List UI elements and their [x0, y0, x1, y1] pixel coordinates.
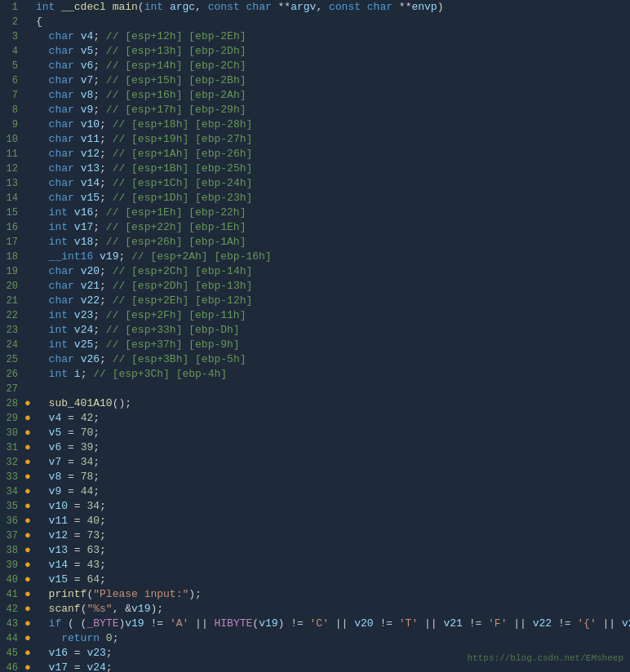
code-line: v4 = 42;: [33, 411, 630, 426]
breakpoint-bullet[interactable]: ●: [23, 352, 33, 367]
code-line: {: [33, 15, 630, 29]
table-row: 17● int v18; // [esp+26h] [ebp-1Ah]: [0, 235, 630, 250]
code-line: int __cdecl main(int argc, const char **…: [33, 0, 630, 15]
code-line: sub_401A10();: [33, 396, 630, 411]
breakpoint-bullet[interactable]: ●: [23, 235, 33, 250]
breakpoint-bullet[interactable]: ●: [23, 514, 33, 528]
breakpoint-bullet[interactable]: ●: [23, 470, 33, 484]
table-row: 36● v11 = 40;: [0, 514, 630, 528]
code-container: 1●int __cdecl main(int argc, const char …: [0, 0, 630, 672]
breakpoint-bullet[interactable]: ●: [23, 250, 33, 264]
line-number: 29: [0, 411, 23, 426]
breakpoint-bullet[interactable]: ●: [23, 0, 33, 15]
table-row: 37● v12 = 73;: [0, 528, 630, 543]
table-row: 41● printf("Please input:");: [0, 587, 630, 602]
code-line: return 0;: [33, 631, 630, 646]
breakpoint-bullet[interactable]: ●: [23, 191, 33, 206]
table-row: 38● v13 = 63;: [0, 543, 630, 558]
code-line: int v17; // [esp+22h] [ebp-1Eh]: [33, 220, 630, 235]
line-number: 19: [0, 264, 23, 279]
breakpoint-bullet[interactable]: ●: [23, 455, 33, 470]
code-line: v15 = 64;: [33, 573, 630, 587]
breakpoint-bullet[interactable]: ●: [23, 264, 33, 279]
breakpoint-bullet[interactable]: ●: [23, 117, 33, 132]
code-line: scanf("%s", &v19);: [33, 602, 630, 617]
breakpoint-bullet[interactable]: ●: [23, 440, 33, 455]
code-table: 1●int __cdecl main(int argc, const char …: [0, 0, 630, 672]
breakpoint-bullet[interactable]: ●: [23, 426, 33, 440]
breakpoint-bullet[interactable]: ●: [23, 308, 33, 323]
code-line: char v13; // [esp+1Bh] [ebp-25h]: [33, 161, 630, 176]
breakpoint-bullet[interactable]: ●: [23, 323, 33, 338]
breakpoint-bullet[interactable]: ●: [23, 587, 33, 602]
breakpoint-bullet[interactable]: ●: [23, 206, 33, 220]
breakpoint-bullet[interactable]: ●: [23, 411, 33, 426]
breakpoint-bullet[interactable]: ●: [23, 103, 33, 117]
table-row: 43● if ( (_BYTE)v19 != 'A' || HIBYTE(v19…: [0, 617, 630, 631]
line-number: 39: [0, 558, 23, 573]
line-number: 42: [0, 602, 23, 617]
breakpoint-bullet[interactable]: ●: [23, 602, 33, 617]
breakpoint-bullet[interactable]: ●: [23, 294, 33, 308]
line-number: 27: [0, 382, 23, 396]
table-row: 16● int v17; // [esp+22h] [ebp-1Eh]: [0, 220, 630, 235]
breakpoint-bullet[interactable]: ●: [23, 338, 33, 352]
table-row: 1●int __cdecl main(int argc, const char …: [0, 0, 630, 15]
line-number: 33: [0, 470, 23, 484]
line-number: 23: [0, 323, 23, 338]
table-row: 20● char v21; // [esp+2Dh] [ebp-13h]: [0, 279, 630, 294]
line-number: 26: [0, 367, 23, 382]
breakpoint-bullet[interactable]: ●: [23, 617, 33, 631]
code-line: char v26; // [esp+3Bh] [ebp-5h]: [33, 352, 630, 367]
code-line: char v8; // [esp+16h] [ebp-2Ah]: [33, 88, 630, 103]
table-row: 44● return 0;: [0, 631, 630, 646]
breakpoint-bullet[interactable]: ●: [23, 499, 33, 514]
breakpoint-bullet[interactable]: ●: [23, 543, 33, 558]
breakpoint-bullet[interactable]: ●: [23, 59, 33, 73]
breakpoint-bullet[interactable]: ●: [23, 176, 33, 191]
breakpoint-bullet[interactable]: ●: [23, 382, 33, 396]
table-row: 34● v9 = 44;: [0, 484, 630, 499]
breakpoint-bullet[interactable]: ●: [23, 29, 33, 44]
table-row: 13● char v14; // [esp+1Ch] [ebp-24h]: [0, 176, 630, 191]
breakpoint-bullet[interactable]: ●: [23, 573, 33, 587]
line-number: 43: [0, 617, 23, 631]
code-line: char v6; // [esp+14h] [ebp-2Ch]: [33, 59, 630, 73]
code-line: v8 = 78;: [33, 470, 630, 484]
line-number: 37: [0, 528, 23, 543]
breakpoint-bullet[interactable]: ●: [23, 73, 33, 88]
breakpoint-bullet[interactable]: ●: [23, 631, 33, 646]
breakpoint-bullet[interactable]: ●: [23, 646, 33, 661]
breakpoint-bullet[interactable]: ●: [23, 279, 33, 294]
table-row: 28● sub_401A10();: [0, 396, 630, 411]
breakpoint-bullet[interactable]: ●: [23, 396, 33, 411]
breakpoint-bullet[interactable]: ●: [23, 558, 33, 573]
breakpoint-bullet[interactable]: ●: [23, 484, 33, 499]
line-number: 1: [0, 0, 23, 15]
breakpoint-bullet[interactable]: ●: [23, 528, 33, 543]
table-row: 30● v5 = 70;: [0, 426, 630, 440]
line-number: 12: [0, 161, 23, 176]
breakpoint-bullet[interactable]: ●: [23, 132, 33, 147]
code-line: v6 = 39;: [33, 440, 630, 455]
breakpoint-bullet[interactable]: ●: [23, 367, 33, 382]
breakpoint-bullet[interactable]: ●: [23, 661, 33, 672]
line-number: 13: [0, 176, 23, 191]
line-number: 15: [0, 206, 23, 220]
code-line: char v12; // [esp+1Ah] [ebp-26h]: [33, 147, 630, 161]
breakpoint-bullet[interactable]: ●: [23, 161, 33, 176]
line-number: 36: [0, 514, 23, 528]
table-row: 4● char v5; // [esp+13h] [ebp-2Dh]: [0, 44, 630, 59]
table-row: 21● char v22; // [esp+2Eh] [ebp-12h]: [0, 294, 630, 308]
breakpoint-bullet[interactable]: ●: [23, 88, 33, 103]
table-row: 5● char v6; // [esp+14h] [ebp-2Ch]: [0, 59, 630, 73]
breakpoint-bullet[interactable]: ●: [23, 220, 33, 235]
line-number: 10: [0, 132, 23, 147]
table-row: 27●: [0, 382, 630, 396]
breakpoint-bullet[interactable]: ●: [23, 147, 33, 161]
code-line: int v23; // [esp+2Fh] [ebp-11h]: [33, 308, 630, 323]
breakpoint-bullet[interactable]: ●: [23, 44, 33, 59]
breakpoint-bullet[interactable]: ●: [23, 15, 33, 29]
table-row: 19● char v20; // [esp+2Ch] [ebp-14h]: [0, 264, 630, 279]
line-number: 3: [0, 29, 23, 44]
